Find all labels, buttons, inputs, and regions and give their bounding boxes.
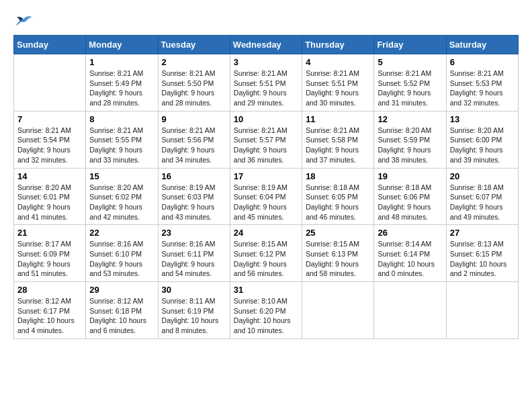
calendar-cell: [374, 282, 446, 339]
day-info: Sunrise: 8:21 AMSunset: 5:55 PMDaylight:…: [89, 126, 154, 165]
day-info: Sunrise: 8:16 AMSunset: 6:11 PMDaylight:…: [162, 239, 226, 279]
calendar-cell: 20Sunrise: 8:18 AMSunset: 6:07 PMDayligh…: [446, 168, 518, 225]
calendar-cell: 5Sunrise: 8:21 AMSunset: 5:52 PMDaylight…: [374, 54, 446, 111]
day-info: Sunrise: 8:20 AMSunset: 6:02 PMDaylight:…: [89, 183, 154, 222]
day-info: Sunrise: 8:15 AMSunset: 6:12 PMDaylight:…: [234, 239, 298, 279]
day-number: 24: [234, 228, 298, 238]
day-info: Sunrise: 8:19 AMSunset: 6:04 PMDaylight:…: [234, 183, 298, 222]
day-number: 17: [234, 171, 298, 181]
calendar-cell: 23Sunrise: 8:16 AMSunset: 6:11 PMDayligh…: [158, 225, 230, 282]
day-info: Sunrise: 8:13 AMSunset: 6:15 PMDaylight:…: [450, 239, 515, 279]
day-number: 16: [162, 171, 226, 181]
day-number: 18: [306, 171, 370, 181]
calendar-cell: [446, 282, 518, 339]
day-number: 28: [17, 285, 82, 295]
day-info: Sunrise: 8:21 AMSunset: 5:53 PMDaylight:…: [450, 68, 515, 108]
day-info: Sunrise: 8:18 AMSunset: 6:07 PMDaylight:…: [450, 183, 515, 222]
day-number: 31: [234, 285, 298, 295]
day-number: 2: [162, 57, 226, 67]
week-row-3: 14Sunrise: 8:20 AMSunset: 6:01 PMDayligh…: [14, 168, 519, 225]
calendar-cell: 19Sunrise: 8:18 AMSunset: 6:06 PMDayligh…: [374, 168, 446, 225]
calendar-cell: [14, 54, 86, 111]
day-info: Sunrise: 8:21 AMSunset: 5:49 PMDaylight:…: [89, 68, 154, 108]
day-info: Sunrise: 8:17 AMSunset: 6:09 PMDaylight:…: [17, 239, 82, 279]
page-header: [13, 13, 519, 28]
weekday-header-monday: Monday: [86, 36, 158, 54]
day-number: 29: [89, 285, 154, 295]
day-info: Sunrise: 8:16 AMSunset: 6:10 PMDaylight:…: [89, 239, 154, 279]
calendar-cell: 22Sunrise: 8:16 AMSunset: 6:10 PMDayligh…: [86, 225, 158, 282]
day-info: Sunrise: 8:11 AMSunset: 6:19 PMDaylight:…: [162, 296, 226, 336]
calendar-cell: 31Sunrise: 8:10 AMSunset: 6:20 PMDayligh…: [230, 282, 302, 339]
day-number: 6: [450, 57, 515, 67]
calendar-cell: 21Sunrise: 8:17 AMSunset: 6:09 PMDayligh…: [14, 225, 86, 282]
day-info: Sunrise: 8:20 AMSunset: 5:59 PMDaylight:…: [378, 126, 442, 165]
weekday-header-saturday: Saturday: [446, 36, 518, 54]
calendar-cell: [302, 282, 374, 339]
weekday-header-sunday: Sunday: [14, 36, 86, 54]
calendar-cell: 8Sunrise: 8:21 AMSunset: 5:55 PMDaylight…: [86, 111, 158, 168]
calendar-cell: 18Sunrise: 8:18 AMSunset: 6:05 PMDayligh…: [302, 168, 374, 225]
calendar-cell: 6Sunrise: 8:21 AMSunset: 5:53 PMDaylight…: [446, 54, 518, 111]
calendar-cell: 3Sunrise: 8:21 AMSunset: 5:51 PMDaylight…: [230, 54, 302, 111]
calendar-cell: 16Sunrise: 8:19 AMSunset: 6:03 PMDayligh…: [158, 168, 230, 225]
day-info: Sunrise: 8:18 AMSunset: 6:06 PMDaylight:…: [378, 183, 442, 222]
day-number: 8: [89, 114, 154, 124]
calendar-cell: 4Sunrise: 8:21 AMSunset: 5:51 PMDaylight…: [302, 54, 374, 111]
weekday-header-row: SundayMondayTuesdayWednesdayThursdayFrid…: [14, 36, 519, 54]
calendar-cell: 28Sunrise: 8:12 AMSunset: 6:17 PMDayligh…: [14, 282, 86, 339]
calendar-cell: 30Sunrise: 8:11 AMSunset: 6:19 PMDayligh…: [158, 282, 230, 339]
day-info: Sunrise: 8:14 AMSunset: 6:14 PMDaylight:…: [378, 239, 442, 279]
day-number: 15: [89, 171, 154, 181]
logo-bird-icon: [13, 14, 34, 28]
calendar-cell: 11Sunrise: 8:21 AMSunset: 5:58 PMDayligh…: [302, 111, 374, 168]
calendar-cell: 17Sunrise: 8:19 AMSunset: 6:04 PMDayligh…: [230, 168, 302, 225]
day-number: 25: [306, 228, 370, 238]
day-info: Sunrise: 8:20 AMSunset: 6:01 PMDaylight:…: [17, 183, 82, 222]
day-number: 27: [450, 228, 515, 238]
day-number: 23: [162, 228, 226, 238]
weekday-header-tuesday: Tuesday: [158, 36, 230, 54]
day-number: 30: [162, 285, 226, 295]
day-info: Sunrise: 8:21 AMSunset: 5:54 PMDaylight:…: [17, 126, 82, 165]
week-row-2: 7Sunrise: 8:21 AMSunset: 5:54 PMDaylight…: [14, 111, 519, 168]
calendar-cell: 25Sunrise: 8:15 AMSunset: 6:13 PMDayligh…: [302, 225, 374, 282]
week-row-4: 21Sunrise: 8:17 AMSunset: 6:09 PMDayligh…: [14, 225, 519, 282]
day-number: 10: [234, 114, 298, 124]
day-info: Sunrise: 8:10 AMSunset: 6:20 PMDaylight:…: [234, 296, 298, 336]
calendar-cell: 13Sunrise: 8:20 AMSunset: 6:00 PMDayligh…: [446, 111, 518, 168]
day-info: Sunrise: 8:21 AMSunset: 5:50 PMDaylight:…: [162, 68, 226, 108]
day-number: 13: [450, 114, 515, 124]
calendar-cell: 26Sunrise: 8:14 AMSunset: 6:14 PMDayligh…: [374, 225, 446, 282]
day-number: 12: [378, 114, 442, 124]
weekday-header-thursday: Thursday: [302, 36, 374, 54]
day-number: 7: [17, 114, 82, 124]
weekday-header-wednesday: Wednesday: [230, 36, 302, 54]
calendar-cell: 15Sunrise: 8:20 AMSunset: 6:02 PMDayligh…: [86, 168, 158, 225]
day-number: 21: [17, 228, 82, 238]
calendar-table: SundayMondayTuesdayWednesdayThursdayFrid…: [13, 35, 519, 339]
day-info: Sunrise: 8:21 AMSunset: 5:57 PMDaylight:…: [234, 126, 298, 165]
day-number: 22: [89, 228, 154, 238]
calendar-cell: 27Sunrise: 8:13 AMSunset: 6:15 PMDayligh…: [446, 225, 518, 282]
day-number: 3: [234, 57, 298, 67]
day-info: Sunrise: 8:12 AMSunset: 6:18 PMDaylight:…: [89, 296, 154, 336]
day-number: 5: [378, 57, 442, 67]
day-number: 9: [162, 114, 226, 124]
day-number: 14: [17, 171, 82, 181]
day-info: Sunrise: 8:21 AMSunset: 5:52 PMDaylight:…: [378, 68, 442, 108]
day-info: Sunrise: 8:18 AMSunset: 6:05 PMDaylight:…: [306, 183, 370, 222]
week-row-5: 28Sunrise: 8:12 AMSunset: 6:17 PMDayligh…: [14, 282, 519, 339]
day-number: 20: [450, 171, 515, 181]
logo: [13, 13, 36, 28]
day-info: Sunrise: 8:21 AMSunset: 5:58 PMDaylight:…: [306, 126, 370, 165]
day-number: 19: [378, 171, 442, 181]
weekday-header-friday: Friday: [374, 36, 446, 54]
calendar-cell: 9Sunrise: 8:21 AMSunset: 5:56 PMDaylight…: [158, 111, 230, 168]
calendar-cell: 7Sunrise: 8:21 AMSunset: 5:54 PMDaylight…: [14, 111, 86, 168]
calendar-cell: 10Sunrise: 8:21 AMSunset: 5:57 PMDayligh…: [230, 111, 302, 168]
calendar-cell: 1Sunrise: 8:21 AMSunset: 5:49 PMDaylight…: [86, 54, 158, 111]
day-info: Sunrise: 8:12 AMSunset: 6:17 PMDaylight:…: [17, 296, 82, 336]
calendar-cell: 2Sunrise: 8:21 AMSunset: 5:50 PMDaylight…: [158, 54, 230, 111]
day-number: 4: [306, 57, 370, 67]
